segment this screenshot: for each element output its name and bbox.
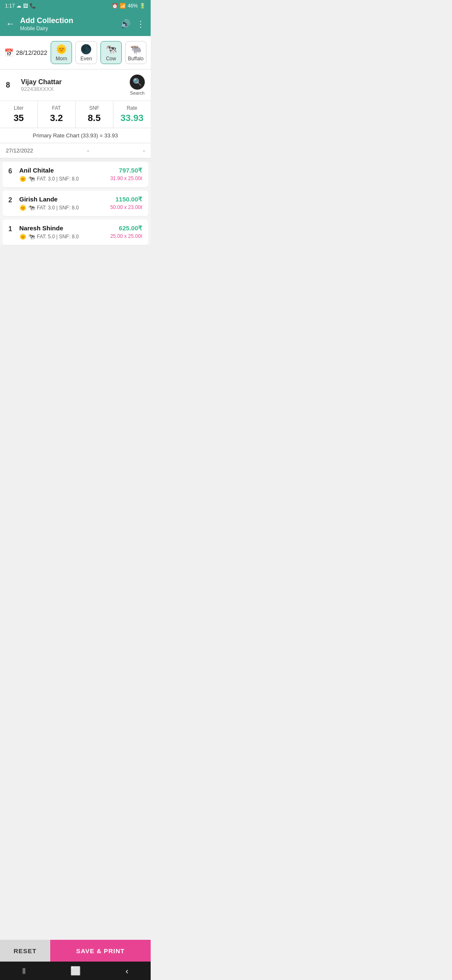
volume-icon[interactable]: 🔊 [120, 19, 131, 29]
battery-icon: 🔋 [139, 3, 146, 9]
type-btn-even[interactable]: 🌑 Even [75, 41, 97, 64]
rate-chart-text: Primary Rate Chart (33.93) = 33.93 [33, 132, 118, 139]
battery-display: 46% [128, 3, 138, 9]
coll-right: 1150.00₹ 50.00 x 23.00ℓ [110, 196, 142, 210]
fat-label: FAT [39, 105, 73, 111]
liter-value: 35 [2, 113, 36, 124]
coll-num: 6 [8, 167, 16, 176]
main-content: 📅 28/12/2022 🌞 Morn 🌑 Even 🐄 Cow 🐃 Buffa… [0, 36, 151, 307]
time-display: 1:17 [5, 3, 15, 9]
member-info: Vijay Chattar 922438XXXX [21, 78, 130, 92]
cloud-icon: ☁ [16, 3, 21, 9]
animal-emoji: 🐄 [28, 204, 35, 211]
coll-details: Naresh Shinde 🌞 🐄 FAT: 5.0 | SNF: 8.0 [19, 224, 79, 240]
even-emoji: 🌑 [80, 44, 92, 55]
prev-date-row: 27/12/2022 - - [0, 143, 151, 158]
liter-label: Liter [2, 105, 36, 111]
coll-calc: 50.00 x 23.00ℓ [110, 204, 142, 210]
prev-dash2: - [143, 147, 145, 154]
status-bar: 1:17 ☁ 🖼 📞 ⏰ 📶 46% 🔋 [0, 0, 151, 12]
status-right: ⏰ 📶 46% 🔋 [112, 3, 146, 9]
status-left: 1:17 ☁ 🖼 📞 [5, 3, 36, 9]
coll-amount: 1150.00₹ [110, 196, 142, 203]
date-block: 📅 28/12/2022 [4, 48, 47, 57]
type-btn-cow[interactable]: 🐄 Cow [100, 41, 122, 64]
coll-num: 1 [8, 224, 16, 234]
metric-liter: Liter 35 [0, 101, 38, 128]
metrics-row: Liter 35 FAT 3.2 SNF 8.5 Rate 33.93 [0, 101, 151, 128]
prev-date: 27/12/2022 [6, 147, 33, 154]
metric-rate: Rate 33.93 [113, 101, 151, 128]
search-icon: 🔍 [133, 77, 142, 87]
list-item[interactable]: 1 Naresh Shinde 🌞 🐄 FAT: 5.0 | SNF: 8.0 … [3, 219, 148, 245]
header-title-block: Add Collection Mobile Dairy [20, 16, 120, 31]
list-item[interactable]: 6 Anil Chitale 🌞 🐄 FAT: 3.0 | SNF: 8.0 7… [3, 162, 148, 187]
wifi-icon: 📶 [120, 3, 126, 9]
type-btn-buffalo[interactable]: 🐃 Buffalo [125, 41, 146, 64]
coll-amount: 797.50₹ [110, 167, 142, 174]
coll-fat-snf: FAT: 5.0 | SNF: 8.0 [37, 234, 79, 240]
coll-left: 2 Girish Lande 🌞 🐄 FAT: 3.0 | SNF: 8.0 [8, 196, 79, 211]
coll-left: 6 Anil Chitale 🌞 🐄 FAT: 3.0 | SNF: 8.0 [8, 167, 79, 182]
calendar-icon: 📅 [4, 48, 13, 57]
time-emoji: 🌞 [19, 204, 26, 211]
time-emoji: 🌞 [19, 233, 26, 240]
header-actions: 🔊 ⋮ [120, 19, 145, 29]
coll-fat-snf: FAT: 3.0 | SNF: 8.0 [37, 205, 79, 211]
search-label: Search [130, 90, 145, 95]
coll-name: Girish Lande [19, 196, 79, 203]
coll-sub: 🌞 🐄 FAT: 3.0 | SNF: 8.0 [19, 204, 79, 211]
search-circle: 🔍 [130, 75, 145, 90]
snf-value: 8.5 [77, 113, 111, 124]
coll-amount: 625.00₹ [110, 224, 142, 232]
coll-details: Girish Lande 🌞 🐄 FAT: 3.0 | SNF: 8.0 [19, 196, 79, 211]
more-icon[interactable]: ⋮ [136, 19, 145, 29]
search-button[interactable]: 🔍 Search [130, 75, 145, 95]
time-emoji: 🌞 [19, 175, 26, 182]
member-name: Vijay Chattar [21, 78, 130, 86]
snf-label: SNF [77, 105, 111, 111]
rate-chart-bar: Primary Rate Chart (33.93) = 33.93 [0, 128, 151, 143]
rate-label: Rate [115, 105, 149, 111]
selected-date: 28/12/2022 [16, 49, 47, 56]
member-phone: 922438XXXX [21, 86, 130, 92]
selector-row: 📅 28/12/2022 🌞 Morn 🌑 Even 🐄 Cow 🐃 Buffa… [0, 36, 151, 70]
fat-value: 3.2 [39, 113, 73, 124]
coll-details: Anil Chitale 🌞 🐄 FAT: 3.0 | SNF: 8.0 [19, 167, 79, 182]
prev-dash1: - [87, 147, 89, 154]
collection-list: 6 Anil Chitale 🌞 🐄 FAT: 3.0 | SNF: 8.0 7… [0, 162, 151, 245]
morn-emoji: 🌞 [56, 44, 67, 55]
coll-name: Naresh Shinde [19, 224, 79, 232]
coll-fat-snf: FAT: 3.0 | SNF: 8.0 [37, 176, 79, 182]
morn-label: Morn [56, 56, 67, 62]
app-header: ← Add Collection Mobile Dairy 🔊 ⋮ [0, 12, 151, 36]
coll-name: Anil Chitale [19, 167, 79, 174]
animal-emoji: 🐄 [28, 233, 35, 240]
member-id: 8 [6, 81, 16, 90]
coll-calc: 25.00 x 25.00ℓ [110, 233, 142, 239]
coll-right: 625.00₹ 25.00 x 25.00ℓ [110, 224, 142, 239]
back-button[interactable]: ← [6, 18, 15, 29]
buffalo-label: Buffalo [128, 56, 144, 62]
list-item[interactable]: 2 Girish Lande 🌞 🐄 FAT: 3.0 | SNF: 8.0 1… [3, 191, 148, 216]
coll-right: 797.50₹ 31.90 x 25.00ℓ [110, 167, 142, 181]
metric-fat: FAT 3.2 [38, 101, 75, 128]
page-subtitle: Mobile Dairy [20, 26, 120, 31]
type-btn-morn[interactable]: 🌞 Morn [51, 41, 72, 64]
coll-left: 1 Naresh Shinde 🌞 🐄 FAT: 5.0 | SNF: 8.0 [8, 224, 79, 240]
member-section: 8 Vijay Chattar 922438XXXX 🔍 Search [0, 70, 151, 101]
cow-label: Cow [106, 56, 116, 62]
animal-emoji: 🐄 [28, 175, 35, 182]
even-label: Even [80, 56, 92, 62]
coll-sub: 🌞 🐄 FAT: 5.0 | SNF: 8.0 [19, 233, 79, 240]
cow-emoji: 🐄 [105, 44, 117, 55]
rate-value: 33.93 [115, 113, 149, 124]
page-title: Add Collection [20, 16, 120, 26]
buffalo-emoji: 🐃 [130, 44, 141, 55]
phone-icon: 📞 [30, 3, 36, 9]
coll-num: 2 [8, 196, 16, 205]
coll-sub: 🌞 🐄 FAT: 3.0 | SNF: 8.0 [19, 175, 79, 182]
image-icon: 🖼 [23, 3, 28, 9]
alarm-icon: ⏰ [112, 3, 118, 9]
metric-snf: SNF 8.5 [76, 101, 113, 128]
